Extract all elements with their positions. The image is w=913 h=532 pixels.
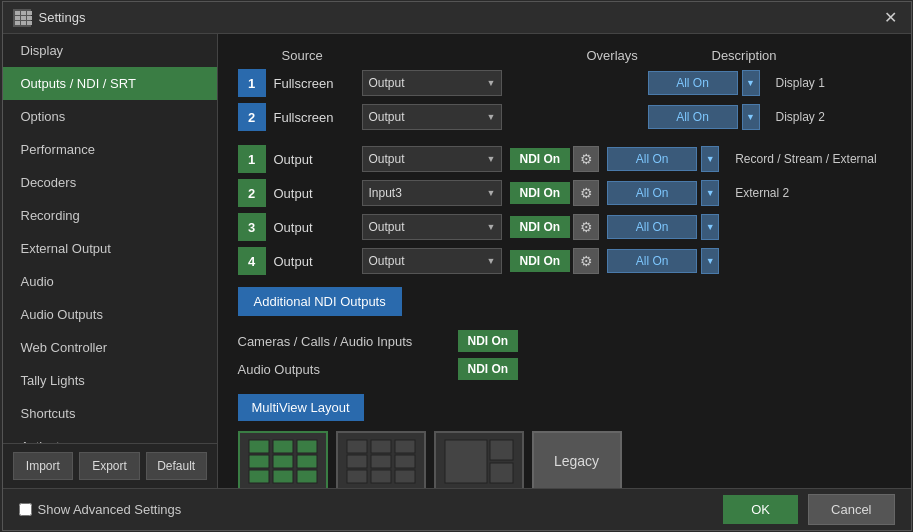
output-overlay-2: All On ▼ <box>607 180 719 206</box>
output-source-4-wrap: Output <box>362 248 502 274</box>
column-headers: Source Overlays Description <box>238 48 891 63</box>
allon-button-out2[interactable]: All On <box>607 181 697 205</box>
layout-icon-1 <box>248 439 318 484</box>
gear-button-2[interactable]: ⚙ <box>573 180 599 206</box>
svg-rect-5 <box>297 455 317 468</box>
fullscreen-source-select-1[interactable]: Output <box>362 70 502 96</box>
fullscreen-row-2: 2 Fullscreen Output All On ▼ Display 2 <box>238 103 891 131</box>
output-source-3-wrap: Output <box>362 214 502 240</box>
output-desc-1: Record / Stream / External <box>735 152 876 166</box>
allon-dropdown-fs2[interactable]: ▼ <box>742 104 760 130</box>
sidebar-item-options[interactable]: Options <box>3 100 217 133</box>
cameras-row: Cameras / Calls / Audio Inputs NDI On <box>238 330 891 352</box>
fullscreen-source-select-1-wrap: Output <box>362 70 502 96</box>
audio-outputs-label: Audio Outputs <box>238 362 448 377</box>
svg-rect-19 <box>490 440 513 460</box>
output-number-1: 1 <box>238 145 266 173</box>
allon-dropdown-out1[interactable]: ▼ <box>701 146 719 172</box>
audio-ndi-button[interactable]: NDI On <box>458 358 519 380</box>
svg-rect-12 <box>347 455 367 468</box>
output-source-select-2[interactable]: Input3 <box>362 180 502 206</box>
sidebar-item-display[interactable]: Display <box>3 34 217 67</box>
import-button[interactable]: Import <box>13 452 74 480</box>
settings-window: Settings ✕ Display Outputs / NDI / SRT O… <box>2 1 912 531</box>
sidebar-item-audio-outputs[interactable]: Audio Outputs <box>3 298 217 331</box>
description-header: Description <box>712 48 911 63</box>
allon-dropdown-out3[interactable]: ▼ <box>701 214 719 240</box>
audio-outputs-row: Audio Outputs NDI On <box>238 358 891 380</box>
ndi-on-button-1[interactable]: NDI On <box>510 148 571 170</box>
export-button[interactable]: Export <box>79 452 140 480</box>
sidebar-item-audio[interactable]: Audio <box>3 265 217 298</box>
sidebar-footer: Import Export Default <box>3 443 217 488</box>
gear-button-4[interactable]: ⚙ <box>573 248 599 274</box>
sidebar-item-tally-lights[interactable]: Tally Lights <box>3 364 217 397</box>
output-label-2: Output <box>274 186 354 201</box>
svg-rect-6 <box>249 470 269 483</box>
ndi-gear-3: NDI On ⚙ <box>510 214 600 240</box>
output-source-select-1[interactable]: Output <box>362 146 502 172</box>
fullscreen-label-2: Fullscreen <box>274 110 354 125</box>
ok-button[interactable]: OK <box>723 495 798 524</box>
fullscreen-desc-1: Display 1 <box>776 76 825 90</box>
allon-button-out4[interactable]: All On <box>607 249 697 273</box>
output-number-3: 3 <box>238 213 266 241</box>
show-advanced-label[interactable]: Show Advanced Settings <box>19 502 182 517</box>
sidebar-item-external-output[interactable]: External Output <box>3 232 217 265</box>
show-advanced-text: Show Advanced Settings <box>38 502 182 517</box>
svg-rect-20 <box>490 463 513 483</box>
layout-button-2[interactable] <box>336 431 426 488</box>
output-desc-2: External 2 <box>735 186 789 200</box>
layout-icon-2 <box>346 439 416 484</box>
svg-rect-4 <box>273 455 293 468</box>
allon-dropdown-out2[interactable]: ▼ <box>701 180 719 206</box>
default-button[interactable]: Default <box>146 452 207 480</box>
sidebar-item-activators[interactable]: Activators <box>3 430 217 443</box>
layout-icon-3 <box>444 439 514 484</box>
allon-dropdown-out4[interactable]: ▼ <box>701 248 719 274</box>
allon-dropdown-fs1[interactable]: ▼ <box>742 70 760 96</box>
allon-button-out1[interactable]: All On <box>607 147 697 171</box>
multiview-header[interactable]: MultiView Layout <box>238 394 364 421</box>
legacy-button[interactable]: Legacy <box>532 431 622 488</box>
sidebar-item-outputs-ndi-srt[interactable]: Outputs / NDI / SRT <box>3 67 217 100</box>
ndi-on-button-3[interactable]: NDI On <box>510 216 571 238</box>
layout-button-1[interactable] <box>238 431 328 488</box>
ndi-gear-2: NDI On ⚙ <box>510 180 600 206</box>
ndi-on-button-4[interactable]: NDI On <box>510 250 571 272</box>
sidebar-item-decoders[interactable]: Decoders <box>3 166 217 199</box>
sidebar-item-recording[interactable]: Recording <box>3 199 217 232</box>
output-source-select-3[interactable]: Output <box>362 214 502 240</box>
gear-button-1[interactable]: ⚙ <box>573 146 599 172</box>
allon-button-fs2[interactable]: All On <box>648 105 738 129</box>
layout-button-3[interactable] <box>434 431 524 488</box>
sidebar-item-web-controller[interactable]: Web Controller <box>3 331 217 364</box>
output-source-2-wrap: Input3 <box>362 180 502 206</box>
layout-options: Legacy <box>238 431 891 488</box>
svg-rect-0 <box>249 440 269 453</box>
allon-button-fs1[interactable]: All On <box>648 71 738 95</box>
source-header: Source <box>282 48 437 63</box>
output-number-2: 2 <box>238 179 266 207</box>
svg-rect-8 <box>297 470 317 483</box>
sidebar-item-shortcuts[interactable]: Shortcuts <box>3 397 217 430</box>
app-icon <box>13 9 31 27</box>
show-advanced-checkbox[interactable] <box>19 503 32 516</box>
svg-rect-13 <box>371 455 391 468</box>
fullscreen-source-select-2[interactable]: Output <box>362 104 502 130</box>
svg-rect-17 <box>395 470 415 483</box>
output-overlay-1: All On ▼ <box>607 146 719 172</box>
svg-rect-18 <box>445 440 487 483</box>
close-button[interactable]: ✕ <box>881 8 901 28</box>
cameras-ndi-button[interactable]: NDI On <box>458 330 519 352</box>
cancel-button[interactable]: Cancel <box>808 494 894 525</box>
gear-button-3[interactable]: ⚙ <box>573 214 599 240</box>
main-content: Display Outputs / NDI / SRT Options Perf… <box>3 34 911 488</box>
ndi-on-button-2[interactable]: NDI On <box>510 182 571 204</box>
sidebar-item-performance[interactable]: Performance <box>3 133 217 166</box>
ndi-gear-4: NDI On ⚙ <box>510 248 600 274</box>
allon-button-out3[interactable]: All On <box>607 215 697 239</box>
output-source-select-4[interactable]: Output <box>362 248 502 274</box>
additional-ndi-button[interactable]: Additional NDI Outputs <box>238 287 402 316</box>
svg-rect-11 <box>395 440 415 453</box>
